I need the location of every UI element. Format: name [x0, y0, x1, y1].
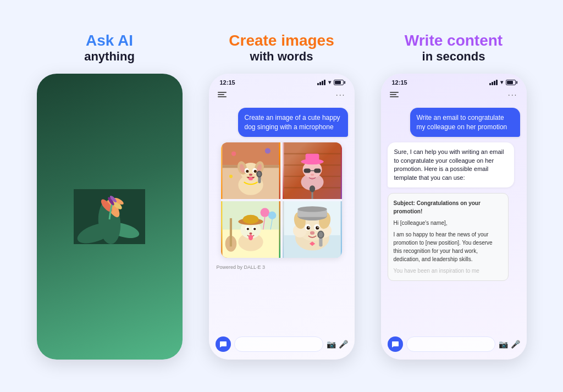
mic-icon-3[interactable]: 🎤	[511, 340, 520, 349]
phone-2: 12:15 ▾ ··· Create an image of a cute ha…	[209, 74, 355, 360]
input-bar-3: 📷 🎤	[381, 332, 527, 360]
status-bar-2: 12:15 ▾	[209, 74, 355, 88]
panel-3-subtitle: in seconds	[405, 49, 503, 64]
panel-2-title-colored: Create images	[229, 32, 334, 49]
chat-area-1: What can I do for you? What kind of flow…	[37, 103, 183, 332]
dog-image-2	[283, 142, 342, 199]
svg-point-82	[308, 227, 310, 228]
svg-point-77	[297, 207, 327, 212]
chat-bubble-icon-2	[219, 340, 227, 348]
battery-icon-2	[334, 80, 344, 85]
email-content-box: Subject: Congratulations on your promoti…	[388, 193, 509, 281]
status-icons-3: ▾	[489, 79, 516, 85]
svg-point-64	[253, 228, 256, 230]
status-bar-3: 12:15 ▾	[381, 74, 527, 88]
email-greeting: Hi [colleague's name],	[394, 219, 503, 227]
chat-bubble-icon-3	[391, 340, 399, 348]
bubble-create-image: Create an image of a cute happy dog sing…	[238, 108, 348, 137]
svg-point-25	[249, 177, 253, 180]
svg-point-80	[307, 227, 310, 230]
chat-icon-btn-2[interactable]	[216, 336, 231, 352]
status-icons-2: ▾	[317, 79, 344, 85]
dog-image-4	[283, 201, 342, 258]
svg-point-83	[317, 227, 318, 228]
svg-point-66	[249, 235, 253, 240]
svg-point-28	[257, 172, 261, 176]
phone-toolbar-2: ···	[209, 88, 355, 103]
chat-area-3: Write an email to congratulate my collea…	[381, 103, 527, 332]
svg-point-60	[243, 215, 259, 224]
panel-2-title: Create images with words	[229, 32, 334, 64]
panel-1-title-colored: Ask AI	[84, 32, 135, 49]
bubble-flower-question: What kind of flower is this?	[77, 134, 176, 153]
svg-rect-44	[314, 169, 321, 173]
status-time-3: 12:15	[392, 79, 407, 86]
panel-write-content: Write content in seconds 12:15 ▾ ··· Wri…	[373, 32, 535, 360]
svg-point-29	[231, 152, 236, 156]
panel-ask-ai: Ask AI anything 12:15 ▾ ··· What can I d…	[29, 32, 191, 360]
hamburger-icon-3[interactable]	[390, 92, 399, 97]
panel-3-title: Write content in seconds	[405, 32, 503, 64]
svg-point-54	[268, 212, 276, 219]
wifi-icon-3: ▾	[500, 79, 503, 85]
svg-point-30	[265, 148, 271, 154]
hamburger-icon-2[interactable]	[218, 92, 227, 97]
signal-icon-2	[317, 80, 325, 85]
input-actions-3: 📷 🎤	[499, 340, 520, 349]
panel-create-images: Create images with words 12:15 ▾ ··· Cre…	[201, 32, 363, 360]
svg-point-84	[310, 231, 314, 235]
bubble-write-email: Write an email to congratulate my collea…	[410, 108, 520, 137]
battery-icon-3	[506, 80, 516, 85]
phone-toolbar-3: ···	[381, 88, 527, 103]
camera-icon-3[interactable]: 📷	[499, 340, 508, 349]
svg-rect-42	[306, 154, 319, 163]
phone-3: 12:15 ▾ ··· Write an email to congratula…	[381, 74, 527, 360]
panel-3-title-colored: Write content	[405, 32, 503, 49]
chat-area-2: Create an image of a cute happy dog sing…	[209, 103, 355, 332]
camera-icon-2[interactable]: 📷	[327, 340, 336, 349]
dots-icon-2[interactable]: ···	[336, 90, 346, 99]
svg-rect-43	[304, 169, 311, 173]
dog-image-grid	[221, 142, 342, 258]
svg-point-63	[247, 228, 249, 230]
svg-point-48	[310, 186, 315, 192]
main-container: Ask AI anything 12:15 ▾ ··· What can I d…	[15, 16, 548, 376]
panel-1-subtitle: anything	[84, 49, 135, 64]
mic-icon-2[interactable]: 🎤	[339, 340, 348, 349]
flower-image	[37, 103, 183, 332]
svg-point-22	[246, 170, 249, 173]
chat-icon-btn-3[interactable]	[388, 336, 403, 352]
dots-icon-3[interactable]: ···	[508, 90, 518, 99]
dog-image-3	[221, 201, 280, 258]
status-time-2: 12:15	[220, 79, 235, 86]
svg-point-46	[311, 174, 314, 176]
phone-1: 12:15 ▾ ··· What can I do for you? What …	[37, 74, 183, 360]
wifi-icon-2: ▾	[328, 79, 331, 85]
svg-point-65	[249, 233, 252, 235]
svg-point-87	[318, 232, 323, 238]
signal-icon-3	[489, 80, 498, 85]
dall-e-label: Powered by DALL·E 3	[217, 264, 266, 270]
email-subject: Subject: Congratulations on your promoti…	[394, 199, 503, 216]
email-body: I am so happy to hear the news of your p…	[394, 230, 503, 263]
dog-image-1	[221, 142, 280, 199]
input-bar-2: 📷 🎤	[209, 332, 355, 360]
svg-point-23	[254, 170, 257, 173]
message-input-2[interactable]	[234, 336, 323, 352]
svg-point-53	[261, 208, 269, 217]
bubble-email-intro: Sure, I can help you with writing an ema…	[388, 142, 514, 187]
input-actions-2: 📷 🎤	[327, 340, 348, 349]
email-faded: You have been an inspiration to me	[394, 267, 503, 275]
svg-point-81	[316, 227, 319, 230]
svg-rect-52	[230, 218, 232, 247]
svg-point-24	[249, 174, 252, 176]
message-input-3[interactable]	[406, 336, 495, 352]
panel-2-subtitle: with words	[229, 49, 334, 64]
panel-1-title: Ask AI anything	[84, 32, 135, 64]
svg-point-31	[229, 175, 233, 178]
